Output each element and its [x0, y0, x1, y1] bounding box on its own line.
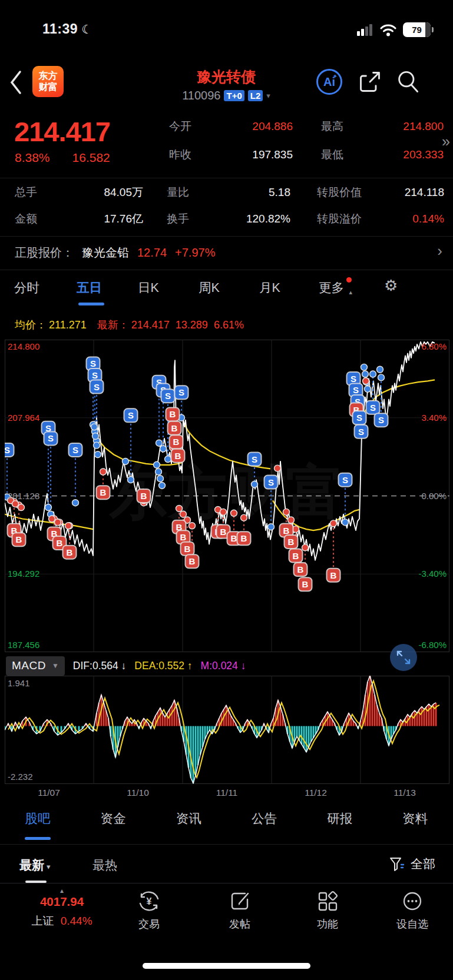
quote-section[interactable]: 214.417 8.38% 16.582 今开 204.886 最高 214.8… [0, 112, 453, 178]
date-axis: 11/0711/1011/1111/1211/13 [5, 788, 449, 802]
tab-daily-k[interactable]: 日K [138, 279, 159, 296]
tab-more[interactable]: 更多 ▴ [319, 279, 344, 296]
tab-profile[interactable]: 资料 [378, 810, 453, 827]
home-indicator[interactable] [143, 963, 310, 969]
index-up-arrow-icon: ▴ [24, 886, 100, 895]
share-icon[interactable] [358, 69, 382, 94]
nav-trade-label: 交易 [120, 917, 178, 931]
m-value: M:0.024 ↓ [201, 660, 246, 672]
nav-post-label: 发帖 [210, 917, 269, 931]
security-code: 110096 [182, 89, 220, 102]
tab-research[interactable]: 研报 [302, 810, 378, 827]
wifi-icon [380, 24, 396, 36]
l2-badge[interactable]: L2 [248, 90, 263, 101]
feed-filter-row: 最新▾ 最热 全部 [0, 848, 453, 883]
underlying-change: +7.97% [175, 246, 215, 260]
tab-announcements[interactable]: 公告 [226, 810, 302, 827]
left-axis-label: 194.292 [8, 569, 39, 579]
sort-hot[interactable]: 最热 [92, 857, 117, 873]
indicator-selector[interactable]: MACD ▼ [6, 656, 65, 676]
svg-text:B: B [180, 532, 187, 542]
field-value: 214.800 [403, 120, 444, 133]
date-label: 11/12 [292, 788, 339, 798]
svg-text:S: S [353, 385, 359, 395]
field-label: 总手 [15, 185, 37, 200]
fullscreen-button[interactable] [390, 644, 417, 671]
active-tab-underline [78, 303, 104, 305]
nav-post[interactable]: 发帖 [210, 889, 269, 931]
chart-legend-row: 均价： 211.271 最新： 214.417 13.289 6.61% [15, 318, 244, 332]
svg-text:S: S [370, 403, 376, 413]
sparkle-icon: ✦ [333, 73, 338, 79]
svg-text:B: B [293, 551, 299, 561]
svg-text:B: B [171, 423, 178, 433]
chevron-down-icon[interactable]: ▾ [266, 91, 270, 100]
search-icon[interactable] [396, 69, 419, 94]
macd-lower-label: -2.232 [8, 772, 33, 782]
clock: 11:39 [42, 21, 78, 37]
svg-text:B: B [231, 533, 237, 543]
back-icon[interactable] [9, 69, 22, 95]
svg-text:B: B [141, 491, 147, 501]
svg-text:S: S [342, 475, 348, 485]
svg-text:S: S [48, 433, 54, 443]
svg-text:S: S [90, 358, 96, 368]
svg-text:B: B [241, 533, 247, 543]
tab-monthly-k[interactable]: 月K [259, 279, 280, 296]
nav-trade[interactable]: ¥ 交易 [120, 889, 178, 931]
indicator-caret-icon: ▼ [52, 662, 59, 670]
tab-weekly-k[interactable]: 周K [199, 279, 220, 296]
svg-text:S: S [94, 382, 100, 392]
left-axis-label: 207.964 [8, 413, 39, 423]
filter-all-button[interactable]: 全部 [389, 856, 435, 872]
nav-add-watchlist[interactable]: 设自选 [380, 889, 445, 931]
gear-icon[interactable]: ⚙ [384, 277, 398, 295]
svg-text:S: S [268, 477, 274, 487]
stock-detail-screen: 11:39 ☾ 79 东方 财富 豫光转债 110096 T+0 L2 ▾ Ai… [0, 0, 453, 980]
svg-text:S: S [178, 387, 184, 397]
header-title-block[interactable]: 豫光转债 110096 T+0 L2 ▾ [138, 67, 315, 102]
svg-text:B: B [173, 437, 180, 447]
field-label: 最低 [321, 147, 343, 162]
filter-all-label: 全部 [411, 856, 435, 872]
grid-apps-icon [315, 889, 340, 913]
field-value: 214.118 [405, 186, 444, 199]
ai-button[interactable]: Ai ✦ [316, 69, 342, 95]
field-value: 120.82% [246, 212, 290, 225]
avg-label: 均价： [15, 318, 47, 332]
svg-text:¥: ¥ [147, 896, 152, 906]
tab-news[interactable]: 资讯 [151, 810, 226, 827]
stats-section[interactable]: 总手 84.05万 量比 5.18 转股价值 214.118 金额 17.76亿… [0, 178, 453, 237]
five-day-chart[interactable]: 东方财富SSSSBBBBBSSSSBBSSSBBBBSBBBBBBBBSSBBB… [5, 340, 449, 652]
field-label: 换手 [167, 211, 189, 227]
nav-functions[interactable]: 功能 [298, 889, 357, 931]
moon-icon: ☾ [81, 22, 92, 36]
period-tab-bar: 分时 五日 日K 周K 月K 更多 ▴ ⚙ [0, 271, 453, 310]
sort-latest[interactable]: 最新▾ [19, 857, 51, 873]
cellular-signal-icon [357, 24, 373, 36]
more-quote-chevron-icon[interactable]: » [442, 133, 448, 150]
dea-value: DEA:0.552 ↑ [134, 660, 192, 672]
field-value: 203.333 [403, 148, 444, 161]
tab-five-day[interactable]: 五日 [77, 279, 102, 296]
tab-minute[interactable]: 分时 [14, 279, 39, 296]
tab-guba[interactable]: 股吧 [0, 810, 75, 827]
svg-text:S: S [356, 413, 362, 423]
field-value: 84.05万 [104, 185, 143, 200]
eastmoney-logo[interactable]: 东方 财富 [32, 66, 64, 97]
field-label: 今开 [169, 119, 191, 134]
field-value: 5.18 [269, 186, 290, 199]
date-label: 11/10 [114, 788, 161, 798]
tab-funds[interactable]: 资金 [75, 810, 151, 827]
svg-text:S: S [5, 445, 10, 455]
nav-index-shanghai[interactable]: ▴ 4017.94 上证 0.44% [24, 886, 100, 929]
index-name: 上证 [31, 915, 54, 927]
change-percent: 8.38% [15, 151, 50, 165]
underlying-stock-row[interactable]: 正股报价： 豫光金铅 12.74 +7.97% › [0, 236, 453, 270]
svg-text:B: B [67, 547, 73, 557]
svg-text:B: B [302, 579, 309, 589]
left-axis-label: 201.128 [8, 491, 39, 501]
macd-panel[interactable]: 1.941-2.232 [5, 676, 449, 784]
svg-text:B: B [220, 527, 227, 537]
field-label: 昨收 [169, 147, 191, 162]
